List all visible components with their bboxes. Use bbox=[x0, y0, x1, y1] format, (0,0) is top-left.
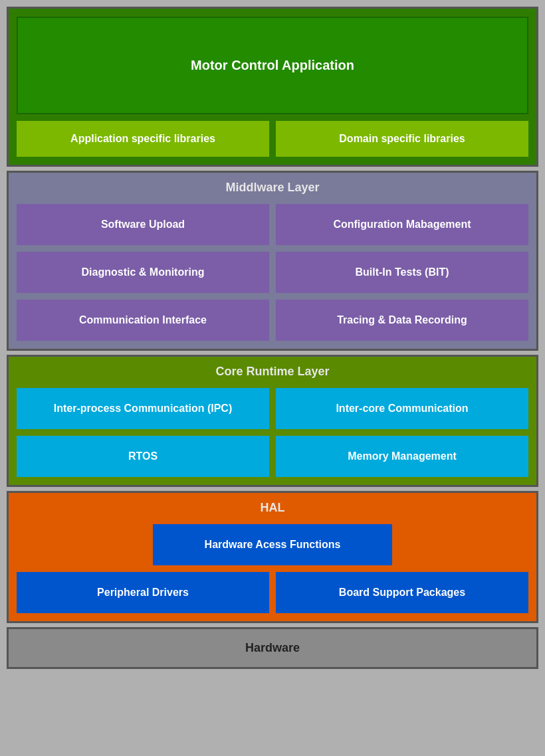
mw-row-2: Diagnostic & Monitoring Built-In Tests (… bbox=[17, 252, 528, 293]
software-upload-box: Software Upload bbox=[17, 204, 269, 245]
middleware-title: Middlware Layer bbox=[17, 181, 528, 195]
hal-center-row: Hardware Acess Functions bbox=[17, 524, 528, 565]
hal-row: Peripheral Drivers Board Support Package… bbox=[17, 572, 528, 613]
rtos-box: RTOS bbox=[17, 436, 269, 477]
middleware-grid: Software Upload Configuration Mabagement… bbox=[17, 204, 528, 341]
hardware-title: Hardware bbox=[245, 641, 300, 654]
middleware-layer: Middlware Layer Software Upload Configur… bbox=[7, 171, 538, 351]
memory-mgmt-box: Memory Management bbox=[276, 436, 528, 477]
mw-row-3: Communication Interface Tracing & Data R… bbox=[17, 300, 528, 341]
ipc-box: Inter-process Communication (IPC) bbox=[17, 388, 269, 429]
core-row-1: Inter-process Communication (IPC) Inter-… bbox=[17, 388, 528, 429]
app-layer: Motor Control Application Application sp… bbox=[7, 7, 538, 167]
app-specific-lib-box: Application specific libraries bbox=[17, 121, 269, 157]
mw-row-1: Software Upload Configuration Mabagement bbox=[17, 204, 528, 245]
comm-interface-box: Communication Interface bbox=[17, 300, 269, 341]
built-in-tests-box: Built-In Tests (BIT) bbox=[276, 252, 528, 293]
peripheral-drivers-box: Peripheral Drivers bbox=[17, 572, 269, 613]
motor-control-box: Motor Control Application bbox=[17, 17, 528, 114]
core-title: Core Runtime Layer bbox=[17, 365, 528, 379]
tracing-box: Tracing & Data Recording bbox=[276, 300, 528, 341]
hal-title: HAL bbox=[17, 501, 528, 515]
hal-layer: HAL Hardware Acess Functions Peripheral … bbox=[7, 491, 538, 623]
app-libraries-row: Application specific libraries Domain sp… bbox=[17, 121, 528, 157]
hardware-layer: Hardware bbox=[7, 627, 538, 669]
inter-core-box: Inter-core Communication bbox=[276, 388, 528, 429]
diagnostic-box: Diagnostic & Monitoring bbox=[17, 252, 269, 293]
domain-specific-lib-box: Domain specific libraries bbox=[276, 121, 528, 157]
config-management-box: Configuration Mabagement bbox=[276, 204, 528, 245]
core-row-2: RTOS Memory Management bbox=[17, 436, 528, 477]
board-support-box: Board Support Packages bbox=[276, 572, 528, 613]
architecture-diagram: Motor Control Application Application sp… bbox=[7, 7, 538, 669]
core-layer: Core Runtime Layer Inter-process Communi… bbox=[7, 355, 538, 487]
hw-access-box: Hardware Acess Functions bbox=[153, 524, 392, 565]
